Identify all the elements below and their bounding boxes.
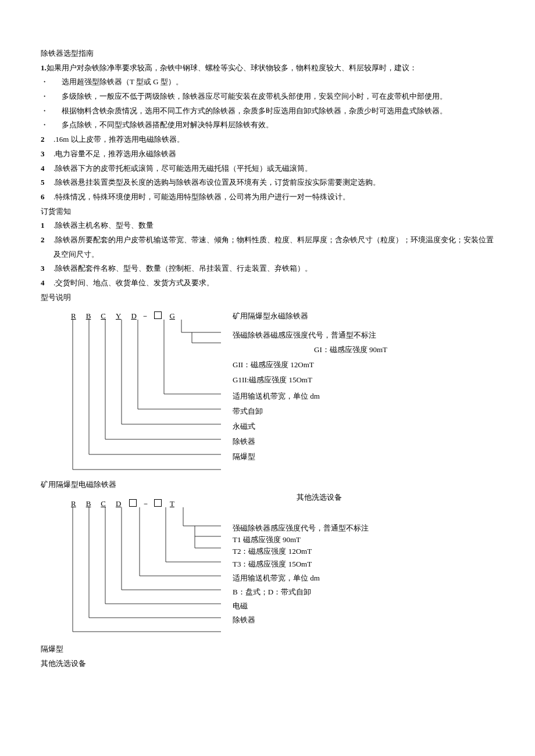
- bullet-item: ・ 多级除铁，一般应不低于两级除铁，除铁器应尽可能安装在皮带机头部使用，安装空间…: [41, 89, 500, 104]
- bullet-dot-icon: ・: [41, 118, 62, 132]
- diagram-label: 强磁除铁器磁感应强度代号，普通型不标注: [233, 328, 376, 343]
- num-mark: 5: [41, 175, 54, 190]
- code-dash: －: [142, 499, 149, 508]
- diagram2-pre-title: 矿用隔爆型电磁除铁器: [41, 480, 116, 489]
- diagram-label: 除铁器: [233, 435, 255, 449]
- bullet-dot-icon: ・: [41, 75, 62, 89]
- order-title: 订货需知: [41, 205, 500, 219]
- num-item: 6.特殊情况，特殊环境使用时，可能选用特型除铁器，公司将为用户进行一对一特殊设计…: [41, 190, 500, 205]
- diagram-title: 矿用隔爆型永磁除铁器: [233, 309, 308, 324]
- code-letter: C: [99, 311, 107, 320]
- code-letter: R: [70, 499, 77, 508]
- code-letter: B: [85, 311, 92, 320]
- diagram-label: 除铁器: [233, 613, 255, 628]
- num-item: 2.16m 以上皮带，推荐选用电磁除铁器。: [41, 132, 500, 147]
- bullet-item: ・ 根据物料含铁杂质情况，选用不同工作方式的除铁器，杂质多时应选用自卸式除铁器，…: [41, 104, 500, 119]
- diagram-label: 永磁式: [233, 420, 255, 434]
- bracket-lines-icon: [64, 320, 238, 482]
- num-item: 3.电力容量不足，推荐选用永磁除铁器: [41, 147, 500, 162]
- bracket-lines-icon: [64, 507, 238, 647]
- intro-line: 1.如果用户对杂铁除净率要求较高，杂铁中钢球、螺栓等实心、球状物较多，物料粒度较…: [41, 61, 500, 76]
- num-mark: 4: [41, 276, 54, 291]
- num-body: .特殊情况，特殊环境使用时，可能选用特型除铁器，公司将为用户进行一对一特殊设计。: [54, 190, 500, 205]
- diagram-label: 电磁: [233, 599, 248, 614]
- num-mark: 1: [41, 218, 54, 233]
- intro-body: 如果用户对杂铁除净率要求较高，杂铁中钢球、螺栓等实心、球状物较多，物料粒度较大、…: [47, 63, 417, 72]
- num-mark: 3: [41, 261, 54, 276]
- num-body: .除铁器配套件名称、型号、数量（控制柜、吊挂装置、行走装置、弃铁箱）。: [54, 261, 500, 276]
- num-body: .交货时间、地点、收货单位、发货方式及要求。: [54, 276, 500, 291]
- diagram2-heading-row: 矿用隔爆型电磁除铁器 其他洗选设备: [41, 478, 500, 492]
- bullet-text: 根据物料含铁杂质情况，选用不同工作方式的除铁器，杂质多时应选用自卸式除铁器，杂质…: [62, 104, 447, 119]
- num-body: .除铁器悬挂装置类型及长度的选购与除铁器布设位置及环境有关，订货前应按实际需要测…: [54, 175, 500, 190]
- num-mark: 4: [41, 162, 54, 176]
- code-letter: Y: [115, 311, 122, 320]
- code-letter: D: [130, 311, 137, 320]
- page-title: 除铁器选型指南: [41, 46, 500, 61]
- num-body: .除铁器主机名称、型号、数量: [54, 218, 500, 233]
- diagram-label: 适用输送机带宽，单位 dm: [233, 389, 320, 404]
- code-letter: D: [115, 499, 122, 508]
- diagram-label: 适用输送机带宽，单位 dm: [233, 571, 320, 586]
- code-letter: C: [99, 499, 107, 508]
- bullet-item: ・ 多点除铁，不同型式除铁器搭配使用对解决特厚料层除铁有效。: [41, 118, 500, 132]
- intro-num: 1.: [41, 63, 47, 72]
- code-letter: R: [70, 311, 77, 320]
- diagram-label: 带式自卸: [233, 404, 263, 419]
- diagram-label: B：盘式；D：带式自卸: [233, 585, 311, 600]
- code-dash: －: [141, 311, 149, 320]
- code-box-icon: [154, 311, 162, 319]
- diagram-label: T2：磁感应强度 12OmT: [233, 544, 312, 559]
- num-body: .除铁器下方的皮带托柜或滚筒，尽可能选用无磁托辊（平托短）或无磁滚筒。: [54, 162, 500, 176]
- diagram-label: G1II:磁感应强度 15OmT: [233, 373, 312, 388]
- bullet-item: ・ 选用超强型除铁器（T 型或 G 型）。: [41, 75, 500, 89]
- bullet-text: 多点除铁，不同型式除铁器搭配使用对解决特厚料层除铁有效。: [62, 118, 273, 132]
- order-item: 1.除铁器主机名称、型号、数量: [41, 218, 500, 233]
- model-title: 型号说明: [41, 291, 500, 305]
- model-diagram-permanent-magnet: R B C Y D － G 矿用隔爆型永磁除铁器 强磁除铁器磁感应强度代号，普通…: [64, 309, 471, 478]
- num-body: .16m 以上皮带，推荐选用电磁除铁器。: [54, 132, 500, 147]
- diagram-label: GI：磁感应强度 90mT: [314, 343, 387, 357]
- num-mark: 6: [41, 190, 54, 205]
- diagram-label: 隔爆型: [233, 450, 255, 464]
- code-letter: G: [169, 311, 176, 320]
- footer-line: 其他洗选设备: [41, 657, 500, 671]
- intro-text: 1.如果用户对杂铁除净率要求较高，杂铁中钢球、螺栓等实心、球状物较多，物料粒度较…: [41, 61, 417, 76]
- order-item: 2.除铁器所要配套的用户皮带机输送带宽、带速、倾角；物料性质、粒度、料层厚度；含…: [41, 233, 500, 261]
- num-mark: 3: [41, 147, 54, 162]
- order-item: 4.交货时间、地点、收货单位、发货方式及要求。: [41, 276, 500, 291]
- num-mark: 2: [41, 132, 54, 147]
- code-box-icon: [129, 499, 137, 507]
- diagram-label: GII：磁感应强度 12OmT: [233, 358, 314, 372]
- code-letter: T: [169, 499, 176, 508]
- bullet-dot-icon: ・: [41, 104, 62, 119]
- num-mark: 2: [41, 233, 54, 261]
- bullet-text: 多级除铁，一般应不低于两级除铁，除铁器应尽可能安装在皮带机头部使用，安装空间小时…: [62, 89, 447, 104]
- model-diagram-electromagnet: R B C D － T 强磁除铁器感应强度代号，普通型不标注 T1 磁感应强度 …: [64, 497, 471, 642]
- bullet-text: 选用超强型除铁器（T 型或 G 型）。: [62, 75, 183, 89]
- bullet-dot-icon: ・: [41, 89, 62, 104]
- diagram-label: T3：磁感应强度 15OmT: [233, 557, 312, 572]
- num-item: 4.除铁器下方的皮带托柜或滚筒，尽可能选用无磁托辊（平托短）或无磁滚筒。: [41, 162, 500, 176]
- code-box-icon: [154, 499, 162, 507]
- code-letter: B: [85, 499, 92, 508]
- num-body: .除铁器所要配套的用户皮带机输送带宽、带速、倾角；物料性质、粒度、料层厚度；含杂…: [54, 233, 500, 261]
- num-item: 5.除铁器悬挂装置类型及长度的选购与除铁器布设位置及环境有关，订货前应按实际需要…: [41, 175, 500, 190]
- num-body: .电力容量不足，推荐选用永磁除铁器: [54, 147, 500, 162]
- order-item: 3.除铁器配套件名称、型号、数量（控制柜、吊挂装置、行走装置、弃铁箱）。: [41, 261, 500, 276]
